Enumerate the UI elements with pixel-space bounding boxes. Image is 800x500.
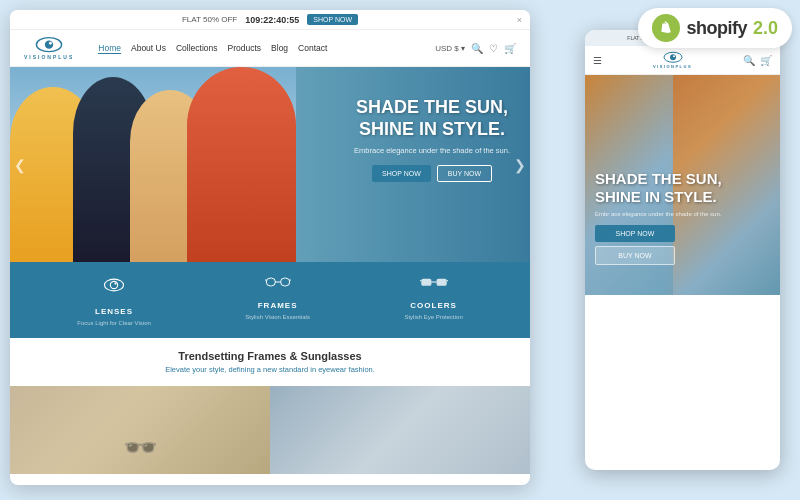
frames-icon bbox=[265, 274, 291, 295]
mobile-hero-content: SHADE THE SUN, SHINE IN STYLE. Embr ace … bbox=[595, 170, 770, 265]
currency-selector[interactable]: USD $ ▾ bbox=[435, 44, 465, 53]
svg-point-5 bbox=[114, 282, 116, 284]
mobile-hero-section: SHADE THE SUN, SHINE IN STYLE. Embr ace … bbox=[585, 75, 780, 295]
hero-section: ❮ SHADE THE SUN, SHINE IN STYLE. Embrace… bbox=[10, 67, 530, 262]
svg-point-2 bbox=[49, 42, 52, 45]
hero-buy-now-button[interactable]: BUY NOW bbox=[437, 165, 492, 182]
mobile-cart-icon[interactable]: 🛒 bbox=[760, 55, 772, 66]
svg-point-18 bbox=[673, 55, 675, 57]
mobile-logo-text: VISIONPLUS bbox=[653, 64, 692, 69]
nav-blog[interactable]: Blog bbox=[271, 43, 288, 54]
logo-eye-icon bbox=[35, 36, 63, 54]
sunglasses-decoration: 🕶️ bbox=[123, 431, 158, 464]
product-image-2 bbox=[270, 386, 530, 474]
hero-subtitle: Embrace elegance under the shade of the … bbox=[354, 146, 510, 155]
flat-off-text: FLAT 50% OFF bbox=[182, 15, 237, 24]
nav-links: Home About Us Collections Products Blog … bbox=[98, 43, 419, 54]
trending-section: Trendsetting Frames & Sunglasses Elevate… bbox=[10, 338, 530, 386]
category-coolers[interactable]: COOLERS Stylish Eye Protection bbox=[404, 274, 462, 326]
wishlist-icon[interactable]: ♡ bbox=[489, 43, 498, 54]
coolers-label: COOLERS bbox=[410, 301, 457, 310]
product-strip: 🕶️ bbox=[10, 386, 530, 474]
countdown-timer: 109:22:40:55 bbox=[245, 15, 299, 25]
svg-point-1 bbox=[45, 40, 53, 48]
mobile-search-icon[interactable]: 🔍 bbox=[743, 55, 755, 66]
category-lenses[interactable]: LENSES Focus Light for Clear Vision bbox=[77, 274, 151, 326]
lenses-sublabel: Focus Light for Clear Vision bbox=[77, 320, 151, 326]
nav-contact[interactable]: Contact bbox=[298, 43, 327, 54]
cart-icon[interactable]: 🛒 bbox=[504, 43, 516, 54]
svg-point-4 bbox=[110, 281, 117, 288]
logo: VISIONPLUS bbox=[24, 36, 74, 60]
lenses-label: LENSES bbox=[95, 307, 133, 316]
mobile-hero-subtitle: Embr ace elegance under the shade of the… bbox=[595, 211, 770, 217]
logo-text: VISIONPLUS bbox=[24, 54, 74, 60]
shopify-logo-icon bbox=[652, 14, 680, 42]
mobile-hero-title: SHADE THE SUN, SHINE IN STYLE. bbox=[595, 170, 770, 206]
nav-right: USD $ ▾ 🔍 ♡ 🛒 bbox=[435, 43, 516, 54]
nav-collections[interactable]: Collections bbox=[176, 43, 218, 54]
svg-rect-6 bbox=[266, 278, 275, 286]
mobile-mockup: FLAT 50% OFF 109:22:45:21 SHOP NOW × ☰ V… bbox=[585, 30, 780, 470]
hero-title: SHADE THE SUN, SHINE IN STYLE. bbox=[354, 97, 510, 140]
frames-label: FRAMES bbox=[258, 301, 298, 310]
mobile-navigation: ☰ VISIONPLUS 🔍 🛒 bbox=[585, 46, 780, 75]
trending-title: Trendsetting Frames & Sunglasses bbox=[24, 350, 516, 362]
shopify-badge: shopify 2.0 bbox=[638, 8, 792, 48]
desktop-mockup: FLAT 50% OFF 109:22:40:55 SHOP NOW × VIS… bbox=[10, 10, 530, 485]
svg-point-17 bbox=[670, 54, 676, 60]
mobile-hero-buttons: SHOP NOW BUY NOW bbox=[595, 225, 770, 265]
nav-home[interactable]: Home bbox=[98, 43, 121, 54]
announcement-shop-now-button[interactable]: SHOP NOW bbox=[307, 14, 358, 25]
product-image-1: 🕶️ bbox=[10, 386, 270, 474]
lenses-icon bbox=[103, 274, 125, 301]
nav-about[interactable]: About Us bbox=[131, 43, 166, 54]
hero-image bbox=[10, 67, 296, 262]
search-icon[interactable]: 🔍 bbox=[471, 43, 483, 54]
mobile-shop-now-hero-button[interactable]: SHOP NOW bbox=[595, 225, 675, 242]
hero-prev-arrow[interactable]: ❮ bbox=[14, 157, 26, 173]
nav-products[interactable]: Products bbox=[228, 43, 262, 54]
trending-subtitle: Elevate your style, defining a new stand… bbox=[24, 365, 516, 374]
hero-next-arrow[interactable]: ❯ bbox=[514, 157, 526, 173]
mobile-logo-eye-icon bbox=[663, 51, 683, 64]
shopify-version: 2.0 bbox=[753, 18, 778, 39]
mobile-buy-now-hero-button[interactable]: BUY NOW bbox=[595, 246, 675, 265]
desktop-navigation: VISIONPLUS Home About Us Collections Pro… bbox=[10, 30, 530, 67]
announcement-bar: FLAT 50% OFF 109:22:40:55 SHOP NOW × bbox=[10, 10, 530, 30]
shopify-label: shopify bbox=[686, 18, 747, 39]
coolers-sublabel: Stylish Eye Protection bbox=[404, 314, 462, 320]
svg-rect-11 bbox=[421, 279, 431, 286]
svg-rect-12 bbox=[436, 279, 446, 286]
frames-sublabel: Stylish Vision Essentials bbox=[245, 314, 310, 320]
category-frames[interactable]: FRAMES Stylish Vision Essentials bbox=[245, 274, 310, 326]
hero-buttons: SHOP NOW BUY NOW bbox=[354, 165, 510, 182]
mobile-logo: VISIONPLUS bbox=[610, 51, 735, 69]
hamburger-menu-icon[interactable]: ☰ bbox=[593, 55, 602, 66]
announcement-close-icon[interactable]: × bbox=[517, 15, 522, 25]
categories-section: LENSES Focus Light for Clear Vision FRAM… bbox=[10, 262, 530, 338]
hero-shop-now-button[interactable]: SHOP NOW bbox=[372, 165, 431, 182]
coolers-icon bbox=[420, 274, 448, 295]
svg-rect-7 bbox=[280, 278, 289, 286]
hero-content: SHADE THE SUN, SHINE IN STYLE. Embrace e… bbox=[354, 97, 510, 182]
mobile-nav-icons: 🔍 🛒 bbox=[743, 55, 772, 66]
